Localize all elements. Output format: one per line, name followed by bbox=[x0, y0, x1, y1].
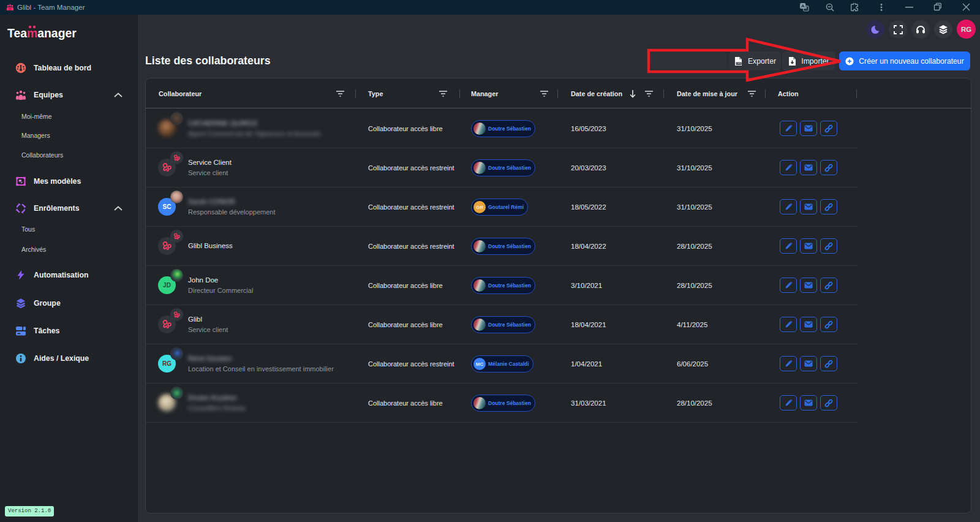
svg-text:CSV: CSV bbox=[736, 62, 741, 65]
